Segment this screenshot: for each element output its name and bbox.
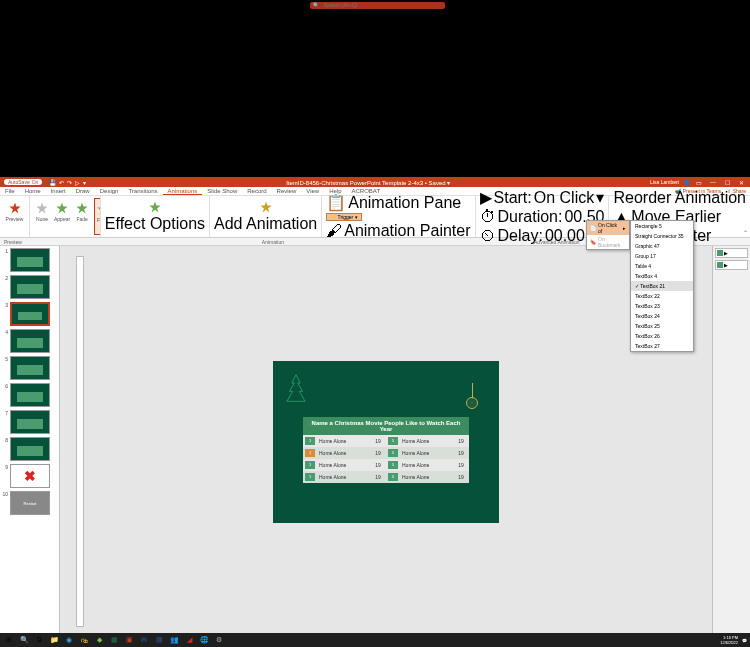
start-icon[interactable]: ⊞	[3, 635, 15, 645]
reorder-label: Reorder Animation	[613, 189, 746, 207]
taskbar-search-icon[interactable]: 🔍	[18, 635, 30, 645]
trigger-target[interactable]: ✓ TextBox 21	[631, 281, 693, 291]
trigger-target[interactable]: TextBox 4	[631, 271, 693, 281]
title-bar: AutoSave On 💾 ↶ ↷ ▷ ▾ ItemID-8456-Christ…	[0, 177, 750, 187]
slide-table[interactable]: Name a Christmas Movie People Like to Wa…	[303, 417, 469, 483]
user-avatar-icon[interactable]: 👤	[683, 179, 690, 186]
slide-canvas[interactable]: Name a Christmas Movie People Like to Wa…	[60, 246, 712, 637]
from-beginning-icon[interactable]: ▷	[75, 179, 80, 186]
trigger-target[interactable]: Straight Connector 35	[631, 231, 693, 241]
undo-icon[interactable]: ↶	[59, 179, 64, 186]
ribbon: Preview NoneAppearFadeFly InFloat InSpli…	[0, 196, 750, 238]
user-name[interactable]: Lisa Lambert	[650, 179, 679, 185]
thumbnail-slide-5[interactable]	[10, 356, 50, 380]
tab-home[interactable]: Home	[20, 188, 46, 194]
search-input[interactable]	[310, 2, 445, 9]
explorer-icon[interactable]: 📁	[48, 635, 60, 645]
tab-file[interactable]: File	[0, 188, 20, 194]
settings-icon[interactable]: ⚙	[213, 635, 225, 645]
svg-marker-1	[36, 202, 47, 213]
thumbnail-slide-8[interactable]	[10, 437, 50, 461]
trigger-target[interactable]: Table 4	[631, 261, 693, 271]
trigger-button[interactable]: ⚡ Trigger ▾	[326, 213, 361, 221]
trigger-target[interactable]: TextBox 26	[631, 331, 693, 341]
window-overflow-black	[0, 0, 750, 177]
store-icon[interactable]: 🛍	[78, 635, 90, 645]
animation-none[interactable]: None	[34, 198, 50, 235]
animation-appear[interactable]: Appear	[54, 198, 70, 235]
tab-insert[interactable]: Insert	[46, 188, 71, 194]
excel-icon[interactable]: ▦	[108, 635, 120, 645]
chrome-icon[interactable]: 🌐	[198, 635, 210, 645]
notifications-icon[interactable]: 💬	[742, 638, 747, 643]
animation-gallery[interactable]: NoneAppearFadeFly InFloat InSplitWipeSha…	[30, 196, 101, 237]
thumbnail-slide-3[interactable]	[10, 302, 50, 326]
document-title[interactable]: ItemID-8456-Christmas PowerPoint Templat…	[86, 179, 650, 186]
trigger-target[interactable]: TextBox 23	[631, 301, 693, 311]
animation-painter-button[interactable]: 🖌 Animation Painter	[326, 222, 470, 240]
svg-marker-16	[149, 201, 160, 212]
trigger-target[interactable]: Rectangle 5	[631, 221, 693, 231]
add-animation-button[interactable]: Add Animation	[210, 196, 322, 237]
preview-button[interactable]: Preview	[1, 198, 29, 222]
thumbnail-slide-7[interactable]	[10, 410, 50, 434]
trigger-target[interactable]: Group 17	[631, 251, 693, 261]
maximize-icon[interactable]: ☐	[722, 179, 732, 186]
close-icon[interactable]: ✕	[736, 179, 746, 186]
redo-icon[interactable]: ↷	[67, 179, 72, 186]
clock-date[interactable]: 12/6/2022	[720, 640, 738, 645]
animation-pane[interactable]: ▶ ▶	[712, 246, 750, 637]
thumbnail-slide-4[interactable]	[10, 329, 50, 353]
ribbon-options-icon[interactable]: ▭	[694, 179, 704, 186]
tab-animations[interactable]: Animations	[163, 188, 203, 195]
app-icon[interactable]: ◆	[93, 635, 105, 645]
table-row[interactable]: 1Home Alone195Home Alone19	[303, 435, 469, 447]
tree-graphic-icon	[283, 373, 309, 403]
effect-options-button[interactable]: Effect Options	[101, 196, 210, 237]
teams-icon[interactable]: 👥	[168, 635, 180, 645]
taskbar: ⊞ 🔍 ⧉ 📁 ◉ 🛍 ◆ ▦ ▣ ✉ ▤ 👥 ◢ 🌐 ⚙ 1:10 PM 12…	[0, 633, 750, 647]
animation-fade[interactable]: Fade	[74, 198, 90, 235]
thumbnail-slide-10[interactable]: Restart	[10, 491, 50, 515]
tab-slideshow[interactable]: Slide Show	[202, 188, 242, 194]
tab-review[interactable]: Review	[272, 188, 302, 194]
thumbnail-slide-6[interactable]	[10, 383, 50, 407]
outlook-icon[interactable]: ✉	[138, 635, 150, 645]
trigger-target[interactable]: TextBox 25	[631, 321, 693, 331]
trigger-on-click-of[interactable]: 📄 On Click of▸	[587, 221, 629, 235]
trigger-target[interactable]: Graphic 47	[631, 241, 693, 251]
svg-marker-2	[56, 202, 67, 213]
tab-record[interactable]: Record	[242, 188, 271, 194]
trigger-target[interactable]: TextBox 27	[631, 341, 693, 351]
anim-pane-item[interactable]: ▶	[715, 260, 748, 270]
trigger-target[interactable]: TextBox 22	[631, 291, 693, 301]
svg-marker-17	[260, 201, 271, 212]
start-dropdown[interactable]: ▶ Start: On Click ▾	[480, 188, 605, 207]
trigger-target[interactable]: TextBox 24	[631, 311, 693, 321]
thumbnail-slide-1[interactable]	[10, 248, 50, 272]
minimize-icon[interactable]: —	[708, 179, 718, 185]
task-view-icon[interactable]: ⧉	[33, 635, 45, 645]
word-icon[interactable]: ▤	[153, 635, 165, 645]
powerpoint-icon[interactable]: ▣	[123, 635, 135, 645]
animation-fly-in[interactable]: Fly In	[94, 198, 101, 235]
anim-pane-item[interactable]: ▶	[715, 248, 748, 258]
slide-thumbnails[interactable]: 123456789✖10Restart	[0, 246, 60, 637]
animation-pane-button[interactable]: 📋 Animation Pane	[326, 193, 470, 212]
edge-icon[interactable]: ◉	[63, 635, 75, 645]
collapse-ribbon-icon[interactable]: ⌃	[743, 229, 748, 236]
thumbnail-slide-2[interactable]	[10, 275, 50, 299]
tab-transitions[interactable]: Transitions	[123, 188, 162, 194]
tab-design[interactable]: Design	[95, 188, 124, 194]
acrobat-icon[interactable]: ◢	[183, 635, 195, 645]
table-row[interactable]: 1Home Alone195Home Alone19	[303, 459, 469, 471]
tab-draw[interactable]: Draw	[71, 188, 95, 194]
thumbnail-slide-9[interactable]: ✖	[10, 464, 50, 488]
table-row[interactable]: 1Home Alone195Home Alone19	[303, 447, 469, 459]
svg-marker-0	[9, 202, 20, 213]
slide[interactable]: Name a Christmas Movie People Like to Wa…	[273, 361, 499, 523]
autosave-toggle[interactable]: AutoSave On	[4, 179, 42, 185]
save-icon[interactable]: 💾	[49, 179, 56, 186]
table-row[interactable]: 1Home Alone195Home Alone19	[303, 471, 469, 483]
tab-view[interactable]: View	[301, 188, 324, 194]
